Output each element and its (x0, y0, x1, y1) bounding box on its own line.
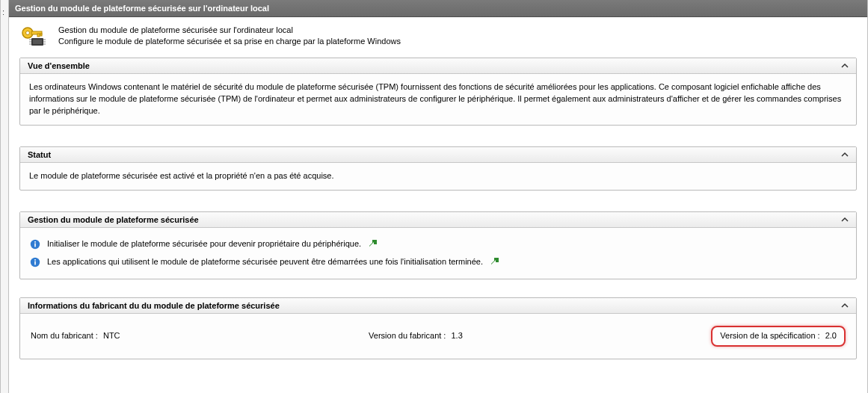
panel-status-body: Le module de plateforme sécurisée est ac… (20, 163, 856, 190)
panel-manufacturer: Informations du fabricant du du module d… (19, 297, 857, 359)
header-subtitle: Configure le module de plateforme sécuri… (58, 36, 401, 47)
rail-marker: : (2, 7, 4, 16)
panel-management: Gestion du module de plateforme sécurisé… (19, 211, 857, 279)
vendor-name-label: Nom du fabricant : (31, 331, 98, 340)
chevron-up-icon[interactable] (841, 62, 849, 69)
panel-status: Statut Le module de plateforme sécurisée… (19, 146, 857, 191)
spec-version-label: Version de la spécification : (720, 331, 819, 340)
vendor-name-cell: Nom du fabricant : NTC (31, 330, 120, 342)
management-row-apps: Les applications qui utilisent le module… (29, 253, 847, 271)
info-icon (29, 256, 41, 268)
svg-rect-3 (37, 34, 40, 37)
window-title: Gestion du module de plateforme sécurisé… (15, 4, 269, 13)
svg-point-1 (26, 31, 30, 35)
svg-rect-17 (34, 261, 36, 264)
header-band: Gestion du module de plateforme sécurisé… (9, 17, 867, 55)
management-text-init: Initialiser le module de plateforme sécu… (47, 238, 361, 250)
chevron-up-icon[interactable] (841, 216, 849, 223)
panel-overview-title: Vue d'ensemble (28, 61, 90, 70)
management-row-init: Initialiser le module de plateforme sécu… (29, 235, 847, 253)
svg-rect-18 (34, 259, 36, 261)
spec-version-highlight: Version de la spécification : 2.0 (711, 326, 846, 347)
action-arrow-icon[interactable] (489, 256, 501, 268)
vendor-version-label: Version du fabricant : (369, 331, 446, 340)
management-text-apps: Les applications qui utilisent le module… (47, 256, 483, 268)
panel-management-title: Gestion du module de plateforme sécurisé… (28, 215, 199, 224)
svg-rect-6 (33, 40, 42, 44)
chevron-up-icon[interactable] (841, 302, 849, 309)
panel-status-title: Statut (28, 150, 51, 159)
header-title: Gestion du module de plateforme sécurisé… (58, 25, 401, 36)
panel-manufacturer-title: Informations du fabricant du du module d… (28, 301, 280, 310)
spec-version-value: 2.0 (825, 331, 837, 340)
panel-overview-header[interactable]: Vue d'ensemble (20, 58, 856, 74)
window-titlebar: Gestion du module de plateforme sécurisé… (9, 0, 867, 17)
panel-manufacturer-header[interactable]: Informations du fabricant du du module d… (20, 298, 856, 314)
key-chip-icon (19, 25, 49, 49)
action-arrow-icon[interactable] (367, 238, 379, 250)
svg-rect-15 (34, 241, 36, 243)
panel-overview-body: Les ordinateurs Windows contenant le mat… (20, 74, 856, 125)
vendor-version-cell: Version du fabricant : 1.3 (369, 330, 463, 342)
svg-rect-4 (40, 34, 42, 36)
panel-management-header[interactable]: Gestion du module de plateforme sécurisé… (20, 212, 856, 228)
manufacturer-info-row: Nom du fabricant : NTC Version du fabric… (29, 321, 847, 351)
svg-rect-14 (34, 243, 36, 247)
vendor-name-value: NTC (103, 331, 120, 340)
vendor-version-value: 1.3 (451, 331, 462, 340)
chevron-up-icon[interactable] (841, 151, 849, 158)
panel-status-header[interactable]: Statut (20, 147, 856, 163)
panel-overview: Vue d'ensemble Les ordinateurs Windows c… (19, 58, 857, 126)
left-rail: : (1, 0, 9, 393)
info-icon (29, 238, 41, 250)
